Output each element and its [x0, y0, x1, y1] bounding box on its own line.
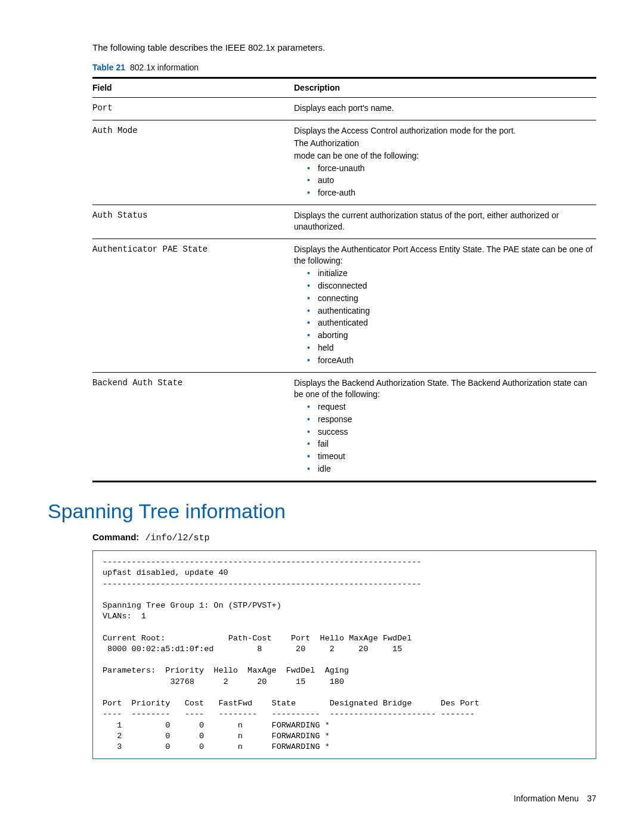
description-text: mode can be one of the following:	[294, 150, 593, 162]
description-cell: Displays the Backend Authorization State…	[294, 372, 596, 481]
field-cell: Auth Mode	[92, 120, 294, 205]
field-cell: Backend Auth State	[92, 372, 294, 481]
bullet-item: response	[307, 414, 593, 425]
page-footer: Information Menu 37	[514, 793, 596, 804]
description-cell: Displays the Access Control authorizatio…	[294, 120, 596, 205]
command-label: Command:	[92, 532, 139, 542]
description-cell: Displays the Authenticator Port Access E…	[294, 239, 596, 373]
col-header-description: Description	[294, 78, 596, 98]
bullet-list: initializedisconnectedconnectingauthenti…	[294, 268, 593, 366]
field-cell: Auth Status	[92, 205, 294, 239]
bullet-item: auto	[307, 175, 593, 186]
description-block: Displays the current authorization statu…	[294, 210, 593, 233]
table-row: Authenticator PAE StateDisplays the Auth…	[92, 239, 596, 373]
description-text: The Authorization	[294, 138, 593, 149]
section-heading: Spanning Tree information	[48, 498, 596, 525]
bullet-item: disconnected	[307, 280, 593, 292]
bullet-list: requestresponsesuccessfailtimeoutidle	[294, 401, 593, 475]
bullet-item: timeout	[307, 451, 593, 462]
bullet-item: authenticating	[307, 305, 593, 317]
footer-section: Information Menu	[514, 794, 579, 803]
bullet-item: initialize	[307, 268, 593, 279]
bullet-item: aborting	[307, 330, 593, 341]
description-text: Displays the Backend Authorization State…	[294, 377, 593, 400]
bullet-item: request	[307, 401, 593, 413]
command-line: Command: /info/l2/stp	[92, 531, 596, 544]
description-text: Displays the Access Control authorizatio…	[294, 125, 593, 137]
bullet-item: forceAuth	[307, 355, 593, 366]
content-block: The following table describes the IEEE 8…	[92, 42, 596, 482]
description-text: Displays the current authorization statu…	[294, 210, 593, 233]
description-block: Displays the Access Control authorizatio…	[294, 125, 593, 199]
description-block: Displays the Authenticator Port Access E…	[294, 244, 593, 366]
description-block: Displays the Backend Authorization State…	[294, 377, 593, 475]
field-cell: Port	[92, 98, 294, 120]
terminal-output: ----------------------------------------…	[92, 550, 596, 759]
field-cell: Authenticator PAE State	[92, 239, 294, 373]
description-cell: Displays the current authorization statu…	[294, 205, 596, 239]
table-row: PortDisplays each port's name.	[92, 98, 596, 120]
description-text: Displays each port's name.	[294, 103, 593, 114]
table-title: 802.1x information	[130, 63, 199, 72]
table-row: Backend Auth StateDisplays the Backend A…	[92, 372, 596, 481]
document-page: The following table describes the IEEE 8…	[0, 0, 644, 833]
intro-paragraph: The following table describes the IEEE 8…	[92, 42, 596, 54]
table-row: Auth ModeDisplays the Access Control aut…	[92, 120, 596, 205]
bullet-list: force-unauthautoforce-auth	[294, 163, 593, 199]
description-block: Displays each port's name.	[294, 103, 593, 114]
bullet-item: held	[307, 342, 593, 354]
bullet-item: success	[307, 426, 593, 438]
bullet-item: fail	[307, 438, 593, 450]
bullet-item: idle	[307, 463, 593, 475]
description-text: Displays the Authenticator Port Access E…	[294, 244, 593, 267]
bullet-item: force-unauth	[307, 163, 593, 174]
table-label: Table 21	[92, 63, 125, 72]
bullet-item: connecting	[307, 293, 593, 304]
command-path: /info/l2/stp	[145, 533, 210, 543]
table-caption: Table 21 802.1x information	[92, 62, 596, 73]
col-header-field: Field	[92, 78, 294, 98]
bullet-item: authenticated	[307, 317, 593, 329]
description-cell: Displays each port's name.	[294, 98, 596, 120]
info-table: Field Description PortDisplays each port…	[92, 77, 596, 482]
command-block: Command: /info/l2/stp ------------------…	[92, 531, 596, 759]
footer-page-number: 37	[587, 794, 596, 803]
table-row: Auth StatusDisplays the current authoriz…	[92, 205, 596, 239]
bullet-item: force-auth	[307, 187, 593, 199]
